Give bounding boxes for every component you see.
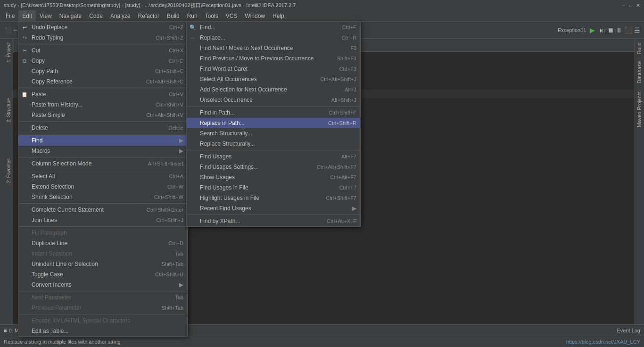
separator-6 — [18, 170, 187, 170]
separator-8 — [18, 226, 187, 227]
find-show-usages[interactable]: Show Usages Ctrl+Alt+F7 — [187, 172, 360, 182]
separator-4 — [18, 134, 187, 134]
find-in-path[interactable]: Find in Path... Ctrl+Shift+F — [187, 107, 360, 118]
left-sidebar: 1: Project 2: Structure 2: Favorites — [0, 39, 13, 324]
separator-9 — [18, 291, 187, 291]
redo-icon: ↪ — [21, 34, 28, 41]
menu-analyze[interactable]: Analyze — [107, 10, 134, 22]
menu-paste-history[interactable]: Paste from History... Ctrl+Shift+V — [18, 99, 187, 110]
menu-run[interactable]: Run — [183, 10, 201, 22]
menu-cut[interactable]: ✂ Cut Ctrl+X — [18, 45, 187, 56]
cut-icon: ✂ — [21, 47, 28, 54]
find-search-structurally[interactable]: Search Structurally... — [187, 128, 360, 139]
maximize-button[interactable]: □ — [629, 2, 632, 8]
edit-menu-dropdown: ↩ Undo Replace Ctrl+Z ↪ Redo Typing Ctrl… — [18, 22, 188, 337]
menu-extend-selection[interactable]: Extend Selection Ctrl+W — [18, 182, 187, 192]
menu-undo-replace[interactable]: ↩ Undo Replace Ctrl+Z — [18, 22, 187, 33]
menu-tools[interactable]: Tools — [201, 10, 222, 22]
title-bar: study - [C:\Users\17553\Desktop\Somethin… — [0, 0, 644, 10]
menu-navigate[interactable]: Navigate — [56, 10, 85, 22]
build-sidebar-label[interactable]: Build — [635, 39, 644, 58]
maven-sidebar-label[interactable]: Maven Projects — [635, 88, 644, 131]
find-replace-in-path[interactable]: Replace in Path... Ctrl+Shift+R — [187, 118, 360, 128]
separator-7 — [18, 203, 187, 204]
menu-toggle-case[interactable]: Toggle Case Ctrl+Shift+U — [18, 269, 187, 280]
find-submenu: 🔍 Find... Ctrl+F ↔ Replace... Ctrl+R Fin… — [186, 22, 361, 227]
menu-help[interactable]: Help — [269, 10, 288, 22]
menu-window[interactable]: Window — [241, 10, 269, 22]
menu-convert-indents[interactable]: Convert Indents ▶ — [18, 280, 187, 290]
separator-10 — [18, 314, 187, 314]
find-usages-in-file[interactable]: Find Usages in File Ctrl+F7 — [187, 182, 360, 193]
title-text: study - [C:\Users\17553\Desktop\Somethin… — [4, 2, 296, 9]
find-next[interactable]: Find Next / Move to Next Occurrence F3 — [187, 43, 360, 53]
convert-indents-arrow-icon: ▶ — [179, 281, 183, 288]
menu-complete-statement[interactable]: Complete Current Statement Ctrl+Shift+En… — [18, 205, 187, 215]
menu-shrink-selection[interactable]: Shrink Selection Ctrl+Shift+W — [18, 192, 187, 202]
event-log-label[interactable]: Event Log — [617, 328, 640, 333]
menu-edit-as-table[interactable]: Edit as Table... — [18, 326, 187, 336]
database-sidebar-label[interactable]: Database — [635, 58, 644, 87]
menu-duplicate-line[interactable]: Duplicate Line Ctrl+D — [18, 238, 187, 248]
run-button[interactable]: ▶ — [588, 26, 597, 34]
menu-redo-typing[interactable]: ↪ Redo Typing Ctrl+Shift+Z — [18, 33, 187, 43]
find-by-xpath[interactable]: Find by XPath... Ctrl+Alt+X, F — [187, 216, 360, 226]
find-word-at-caret[interactable]: Find Word at Caret Ctrl+F3 — [187, 64, 360, 74]
separator-1 — [18, 44, 187, 44]
menu-copy-path[interactable]: Copy Path Ctrl+Shift+C — [18, 66, 187, 76]
menu-join-lines[interactable]: Join Lines Ctrl+Shift+J — [18, 215, 187, 225]
separator-2 — [18, 88, 187, 88]
menu-delete[interactable]: Delete Delete — [18, 123, 187, 133]
find-select-all-occurrences[interactable]: Select All Occurrences Ctrl+Alt+Shift+J — [187, 74, 360, 84]
close-button[interactable]: ✕ — [636, 2, 640, 8]
structure-sidebar-label[interactable]: 2: Structure — [0, 94, 13, 126]
find-recent-usages[interactable]: Recent Find Usages ▶ — [187, 203, 360, 214]
menu-macros[interactable]: Macros ▶ — [18, 146, 187, 156]
menu-encode-xml: Encode XML/HTML Special Characters — [18, 315, 187, 326]
find-icon: 🔍 — [190, 24, 196, 31]
find-replace[interactable]: ↔ Replace... Ctrl+R — [187, 33, 360, 43]
copy-icon: ⧉ — [21, 58, 28, 64]
menu-unindent-line[interactable]: Unindent Line or Selection Shift+Tab — [18, 259, 187, 269]
status-right: https://blog.csdn.net/JXAU_LCY — [566, 339, 640, 345]
menu-view[interactable]: View — [36, 10, 56, 22]
favorites-sidebar-label[interactable]: 2: Favorites — [0, 155, 13, 187]
menu-find[interactable]: Find ▶ — [18, 135, 187, 146]
menu-paste[interactable]: 📋 Paste Ctrl+V — [18, 89, 187, 99]
find-usages-settings[interactable]: Find Usages Settings... Ctrl+Alt+Shift+F… — [187, 162, 360, 172]
menu-build[interactable]: Build — [163, 10, 183, 22]
find-find[interactable]: 🔍 Find... Ctrl+F — [187, 22, 360, 33]
menu-paste-simple[interactable]: Paste Simple Ctrl+Alt+Shift+V — [18, 110, 187, 120]
paste-icon: 📋 — [21, 91, 28, 98]
menu-file[interactable]: File — [2, 10, 18, 22]
status-bar: Replace a string in multiple files with … — [0, 336, 644, 347]
minimize-button[interactable]: – — [622, 2, 625, 8]
messages-icon: ■ — [4, 328, 7, 333]
project-sidebar-label[interactable]: 1: Project — [0, 39, 13, 66]
menu-column-mode[interactable]: Column Selection Mode Alt+Shift+Insert — [18, 158, 187, 169]
menu-copy[interactable]: ⧉ Copy Ctrl+C — [18, 56, 187, 66]
menu-edit[interactable]: Edit — [18, 10, 36, 22]
menu-next-parameter: Next Parameter Tab — [18, 292, 187, 303]
right-sidebar: Build Database Maven Projects — [635, 39, 644, 324]
find-highlight-usages[interactable]: Highlight Usages in File Ctrl+Shift+F7 — [187, 193, 360, 203]
find-unselect-occurrence[interactable]: Unselect Occurrence Alt+Shift+J — [187, 95, 360, 105]
menu-vcs[interactable]: VCS — [222, 10, 241, 22]
find-add-selection-next[interactable]: Add Selection for Next Occurrence Alt+J — [187, 84, 360, 95]
menu-select-all[interactable]: Select All Ctrl+A — [18, 171, 187, 182]
menu-previous-parameter: Previous Parameter Shift+Tab — [18, 303, 187, 313]
find-usages[interactable]: Find Usages Alt+F7 — [187, 151, 360, 162]
find-sep-1 — [187, 106, 360, 107]
find-previous[interactable]: Find Previous / Move to Previous Occurre… — [187, 53, 360, 64]
menu-indent-selection: Indent Selection Tab — [18, 248, 187, 259]
undo-icon: ↩ — [21, 24, 28, 31]
replace-icon: ↔ — [190, 34, 196, 41]
find-sep-2 — [187, 150, 360, 150]
find-replace-structurally[interactable]: Replace Structurally... — [187, 139, 360, 149]
macros-arrow-icon: ▶ — [179, 148, 183, 154]
menu-refactor[interactable]: Refactor — [134, 10, 163, 22]
recent-find-arrow-icon: ▶ — [352, 205, 356, 212]
menu-code[interactable]: Code — [85, 10, 107, 22]
separator-5 — [18, 157, 187, 157]
menu-copy-reference[interactable]: Copy Reference Ctrl+Alt+Shift+C — [18, 76, 187, 87]
